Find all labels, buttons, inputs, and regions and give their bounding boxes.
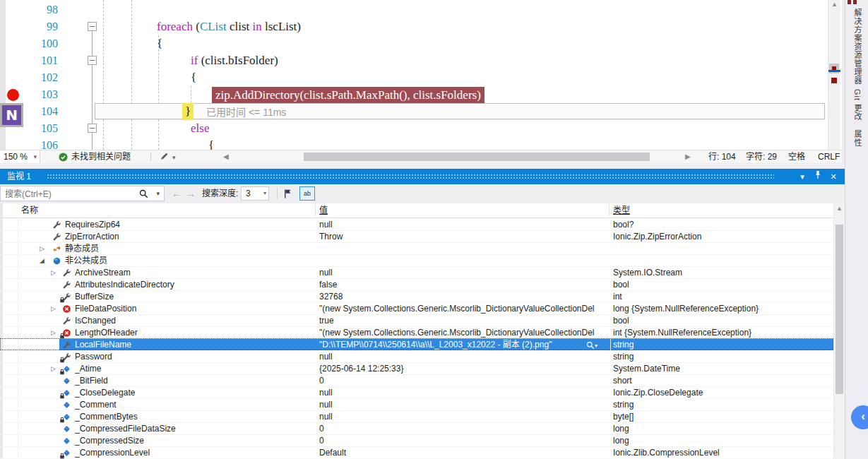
status-column-number[interactable]: 字符: 29 — [746, 150, 777, 163]
column-resizer[interactable] — [609, 205, 610, 216]
watch-row-_CompressionLevel[interactable]: _CompressionLevelDefaultIonic.Zlib.Compr… — [0, 447, 833, 459]
fold-collapse-button[interactable] — [88, 56, 97, 65]
watch-value[interactable]: 0 — [319, 423, 602, 435]
onenote-n-icon[interactable]: N — [0, 103, 23, 127]
watch-name[interactable]: _CompressionLevel — [75, 447, 150, 459]
watch-value[interactable]: null — [319, 399, 602, 411]
column-header-name[interactable]: 名称 — [21, 203, 38, 217]
scroll-up-icon[interactable]: ▲ — [834, 205, 845, 212]
status-line-number[interactable]: 行: 104 — [708, 150, 736, 163]
watch-name[interactable]: RequiresZip64 — [65, 219, 120, 231]
watch-value[interactable]: null — [319, 267, 602, 279]
watch-value[interactable]: "(new System.Collections.Generic.Mscorli… — [319, 327, 602, 339]
watch-option-ab-icon[interactable]: ab — [299, 186, 315, 201]
watch-value[interactable]: 0 — [319, 435, 602, 447]
watch-name[interactable]: 非公共成员 — [65, 255, 107, 267]
watch-name[interactable]: ZipErrorAction — [65, 231, 119, 243]
watch-row-Password[interactable]: Passwordnullstring — [0, 351, 833, 363]
expander-expanded-icon[interactable]: ◢ — [40, 255, 44, 267]
fold-collapse-button[interactable] — [88, 124, 97, 133]
watch-name[interactable]: LengthOfHeader — [75, 327, 138, 339]
watch-name[interactable]: _CloseDelegate — [75, 387, 135, 399]
expander-collapsed-icon[interactable]: ▷ — [40, 243, 44, 255]
watch-title-bar[interactable]: 监视 1 ▾ ✕ — [0, 169, 845, 184]
expander-collapsed-icon[interactable]: ▷ — [51, 267, 56, 279]
tab-solution-explorer[interactable]: 解决方案资源管理器 — [852, 8, 863, 85]
watch-name[interactable]: _Comment — [75, 399, 117, 411]
watch-row-ArchiveStream[interactable]: ▷ArchiveStreamnullSystem.IO.Stream — [0, 267, 833, 279]
column-header-type[interactable]: 类型 — [613, 203, 630, 217]
expander-collapsed-icon[interactable]: ▷ — [51, 363, 56, 375]
watch-row-非公共成员[interactable]: ◢非公共成员 — [0, 255, 833, 267]
watch-value[interactable]: 32768 — [319, 291, 602, 303]
perf-tip[interactable]: 已用时间 <= 11ms — [206, 104, 286, 121]
watch-name[interactable]: _CompressedFileDataSize — [75, 423, 176, 435]
scrollbar-thumb[interactable] — [836, 225, 843, 394]
watch-row-AttributesIndicateDirectory[interactable]: AttributesIndicateDirectoryfalsebool — [0, 279, 833, 291]
scroll-left-icon[interactable]: ◀ — [223, 150, 229, 163]
watch-row-_CompressedSize[interactable]: _CompressedSize0long — [0, 435, 833, 447]
watch-row-静态成员[interactable]: ▷静态成员 — [0, 243, 833, 255]
watch-row-_BitField[interactable]: _BitField0short — [0, 375, 833, 387]
column-header-value[interactable]: 值 — [319, 203, 328, 217]
watch-vertical-scrollbar[interactable]: ▲ — [833, 203, 845, 459]
zoom-dropdown[interactable]: 150 % ▾ — [0, 150, 40, 163]
editor-vertical-scrollbar[interactable]: ▲ — [828, 0, 840, 150]
watch-row-_CommentBytes[interactable]: _CommentBytesnullbyte[] — [0, 411, 833, 423]
horizontal-scrollbar-thumb[interactable] — [304, 153, 650, 161]
expander-collapsed-icon[interactable]: ▷ — [51, 303, 56, 315]
watch-value[interactable]: false — [319, 279, 602, 291]
status-spaces-toggle[interactable]: 空格 — [788, 150, 805, 163]
watch-row-_Atime[interactable]: ▷_Atime{2025-06-14 12:25:33}System.DateT… — [0, 363, 833, 375]
watch-row-FileDataPosition[interactable]: ▷FileDataPosition"(new System.Collection… — [0, 303, 833, 315]
highlighted-statement[interactable]: zip.AddDirectory(clist.sPath.MaxPath(), … — [212, 87, 484, 104]
watch-name[interactable]: _BitField — [75, 375, 108, 387]
watch-row-_Comment[interactable]: _Commentnullstring — [0, 399, 833, 411]
document-health-indicator[interactable]: 未找到相关问题 — [59, 151, 131, 163]
watch-name[interactable]: FileDataPosition — [75, 303, 136, 315]
watch-name[interactable]: Password — [75, 351, 112, 363]
watch-value[interactable]: Throw — [319, 231, 602, 243]
scroll-up-icon[interactable]: ▲ — [828, 1, 840, 8]
watch-value[interactable]: null — [319, 219, 602, 231]
watch-row-_CompressedFileDataSize[interactable]: _CompressedFileDataSize0long — [0, 423, 833, 435]
breakpoint-icon[interactable] — [7, 89, 19, 101]
status-eol-toggle[interactable]: CRLF — [818, 150, 840, 163]
watch-option-flag-icon[interactable] — [283, 188, 293, 201]
watch-name[interactable]: 静态成员 — [65, 243, 99, 255]
watch-row-ZipErrorAction[interactable]: ZipErrorActionThrowIonic.Zip.ZipErrorAct… — [0, 231, 833, 243]
search-depth-dropdown[interactable]: 3 ▾ — [241, 186, 269, 201]
watch-name[interactable]: ArchiveStream — [75, 267, 131, 279]
watch-row-_CloseDelegate[interactable]: _CloseDelegatenullIonic.Zip.CloseDelegat… — [0, 387, 833, 399]
column-resizer[interactable] — [315, 205, 316, 216]
tab-git-changes[interactable]: Git 更改 — [852, 89, 863, 121]
fold-collapse-button[interactable] — [88, 22, 97, 31]
pin-icon[interactable] — [812, 169, 824, 184]
watch-value[interactable]: true — [319, 315, 602, 327]
watch-value[interactable]: "(new System.Collections.Generic.Mscorli… — [319, 303, 602, 315]
watch-value[interactable]: null — [319, 411, 602, 423]
scroll-right-icon[interactable]: ▶ — [685, 150, 691, 163]
watch-row-LocalFileName[interactable]: LocalFileName"D:\\TEMP\\0714\\250614\\a\… — [0, 339, 833, 351]
watch-name[interactable]: AttributesIndicateDirectory — [75, 279, 174, 291]
watch-row-LengthOfHeader[interactable]: ▷LengthOfHeader"(new System.Collections.… — [0, 327, 833, 339]
search-icon[interactable] — [139, 189, 148, 198]
expander-collapsed-icon[interactable]: ▷ — [51, 327, 56, 339]
watch-value[interactable]: null — [319, 351, 602, 363]
watch-value[interactable]: null — [319, 387, 602, 399]
watch-name[interactable]: _Atime — [75, 363, 101, 375]
close-icon[interactable]: ✕ — [828, 169, 839, 184]
watch-search-box[interactable]: ▾ — [0, 186, 165, 201]
watch-name[interactable]: BufferSize — [75, 291, 114, 303]
watch-value[interactable]: {2025-06-14 12:25:33} — [319, 363, 602, 375]
watch-value[interactable]: Default — [319, 447, 602, 459]
watch-row-BufferSize[interactable]: BufferSize32768int — [0, 291, 833, 303]
watch-name[interactable]: _CommentBytes — [75, 411, 138, 423]
search-input[interactable] — [4, 187, 126, 201]
chevron-down-icon[interactable]: ▾ — [156, 186, 160, 201]
watch-row-RequiresZip64[interactable]: RequiresZip64nullbool? — [0, 219, 833, 231]
window-menu-caret-icon[interactable]: ▾ — [797, 169, 808, 184]
watch-value[interactable]: 0 — [319, 375, 602, 387]
nav-forward-icon[interactable]: → — [186, 186, 196, 201]
nav-back-icon[interactable]: ← — [172, 186, 182, 201]
